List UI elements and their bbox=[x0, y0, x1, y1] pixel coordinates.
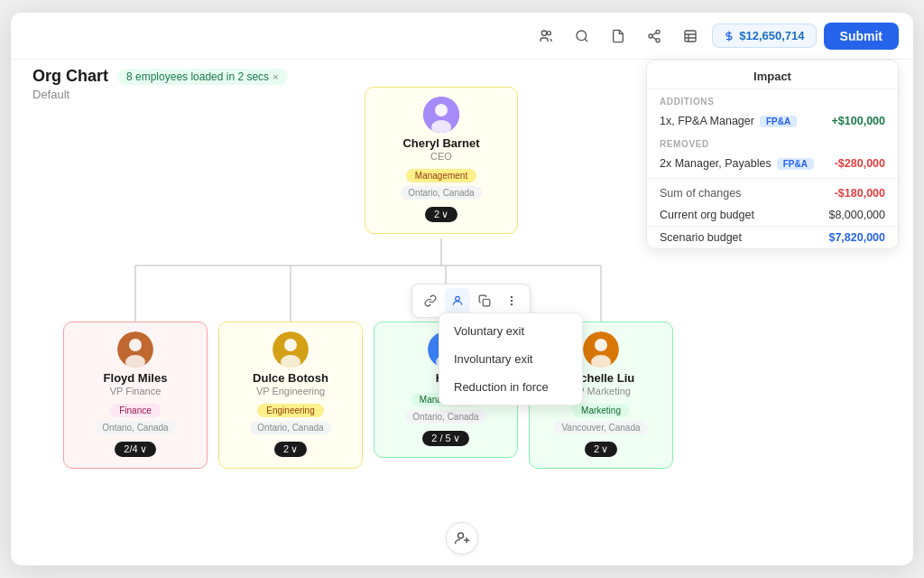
svg-rect-36 bbox=[483, 299, 490, 306]
budget-row-label: Current org budget bbox=[660, 209, 754, 221]
budget-row-value: $8,000,000 bbox=[828, 209, 885, 221]
svg-point-6 bbox=[656, 38, 660, 42]
search-icon[interactable] bbox=[568, 22, 596, 51]
document-icon[interactable] bbox=[604, 22, 633, 51]
ceo-card: Cheryl Barnet CEO Management Ontario, Ca… bbox=[365, 87, 518, 234]
svg-point-1 bbox=[548, 31, 551, 34]
svg-point-33 bbox=[595, 339, 607, 351]
budget-badge[interactable]: $12,650,714 bbox=[712, 23, 816, 48]
ceo-name: Cheryl Barnet bbox=[402, 136, 479, 151]
ceo-reports-btn[interactable]: 2 ∨ bbox=[425, 207, 457, 222]
toolbar: $12,650,714 Submit bbox=[11, 13, 913, 60]
dulce-tag: Engineering bbox=[257, 404, 323, 417]
action-copy-btn[interactable] bbox=[472, 288, 497, 313]
michelle-reports-btn[interactable]: 2∨ bbox=[585, 442, 617, 457]
floyd-reports: 2/4 bbox=[124, 443, 137, 454]
action-person-btn[interactable] bbox=[445, 288, 470, 313]
removed-row: 2x Manager, Payables FP&A -$280,000 bbox=[647, 153, 898, 174]
svg-point-39 bbox=[511, 304, 512, 305]
addition-row: 1x, FP&A Manager FP&A +$100,000 bbox=[647, 110, 898, 132]
scenario-label: Scenario budget bbox=[660, 231, 742, 244]
reduction-in-force-item[interactable]: Reduction in force bbox=[439, 373, 582, 401]
michelle-avatar bbox=[583, 331, 619, 368]
share-icon[interactable] bbox=[640, 22, 669, 51]
svg-point-24 bbox=[129, 339, 142, 351]
table-icon[interactable] bbox=[676, 22, 705, 51]
addition-label: 1x, FP&A Manager bbox=[660, 115, 754, 127]
floyd-avatar bbox=[117, 331, 153, 368]
action-link-btn[interactable] bbox=[418, 288, 443, 313]
svg-line-3 bbox=[585, 39, 587, 42]
sum-value: -$180,000 bbox=[835, 187, 885, 200]
michelle-reports: 2 bbox=[594, 443, 599, 454]
svg-point-27 bbox=[284, 339, 297, 351]
hidden-reports: 2 / 5 bbox=[431, 433, 450, 443]
floyd-tag: Finance bbox=[110, 404, 161, 417]
scenario-value: $7,820,000 bbox=[828, 231, 885, 244]
hidden-location: Ontario, Canada bbox=[405, 410, 485, 424]
svg-point-2 bbox=[577, 31, 587, 41]
people-icon[interactable] bbox=[531, 22, 560, 51]
svg-point-4 bbox=[656, 30, 660, 33]
dulce-avatar bbox=[273, 331, 309, 368]
impact-panel: Impact ADDITIONS 1x, FP&A Manager FP&A +… bbox=[646, 60, 899, 249]
ceo-chevron: ∨ bbox=[441, 209, 448, 220]
submit-button[interactable]: Submit bbox=[824, 23, 899, 50]
ceo-location: Ontario, Canada bbox=[401, 186, 481, 200]
ceo-reports: 2 bbox=[434, 209, 439, 219]
svg-line-7 bbox=[652, 37, 657, 40]
floyd-name: Floyd Miles bbox=[104, 371, 168, 386]
ceo-avatar bbox=[423, 97, 459, 133]
dulce-reports: 2 bbox=[283, 443, 289, 454]
add-person-button[interactable] bbox=[446, 522, 478, 555]
removed-label: REMOVED bbox=[647, 132, 898, 153]
svg-point-38 bbox=[511, 300, 512, 301]
dulce-reports-btn[interactable]: 2∨ bbox=[274, 442, 307, 457]
context-menu: Voluntary exit Involuntary exit Reductio… bbox=[439, 312, 583, 406]
svg-point-37 bbox=[511, 296, 512, 297]
dulce-location: Ontario, Canada bbox=[250, 421, 330, 434]
svg-point-0 bbox=[542, 31, 547, 35]
svg-point-21 bbox=[435, 104, 448, 117]
floyd-reports-btn[interactable]: 2/4∨ bbox=[115, 442, 155, 457]
svg-line-8 bbox=[652, 33, 657, 35]
dulce-role: VP Engineering bbox=[256, 386, 325, 396]
budget-value: $12,650,714 bbox=[739, 29, 804, 42]
addition-value: +$100,000 bbox=[832, 115, 885, 127]
hidden-reports-btn[interactable]: 2 / 5∨ bbox=[422, 431, 468, 446]
voluntary-exit-item[interactable]: Voluntary exit bbox=[439, 317, 582, 345]
scenario-row: Scenario budget $7,820,000 bbox=[647, 226, 898, 248]
impact-header: Impact bbox=[647, 61, 898, 89]
svg-point-5 bbox=[649, 34, 652, 38]
michelle-location: Vancouver, Canada bbox=[554, 421, 647, 434]
ceo-role: CEO bbox=[430, 151, 452, 162]
budget-row: Current org budget $8,000,000 bbox=[647, 204, 898, 226]
sum-row: Sum of changes -$180,000 bbox=[647, 182, 898, 204]
additions-label: ADDITIONS bbox=[647, 89, 898, 110]
floyd-card: Floyd Miles VP Finance Finance Ontario, … bbox=[63, 322, 208, 469]
svg-point-35 bbox=[456, 296, 460, 301]
involuntary-exit-item[interactable]: Involuntary exit bbox=[439, 345, 582, 373]
ceo-tag: Management bbox=[406, 169, 476, 182]
floyd-role: VP Finance bbox=[110, 386, 162, 396]
dulce-card: Dulce Botosh VP Engineering Engineering … bbox=[218, 322, 363, 469]
svg-rect-9 bbox=[685, 31, 696, 42]
removed-label-text: 2x Manager, Payables bbox=[660, 157, 772, 170]
action-more-btn[interactable] bbox=[499, 288, 524, 313]
removed-value: -$280,000 bbox=[835, 157, 885, 170]
removed-tag: FP&A bbox=[777, 158, 814, 170]
sum-label: Sum of changes bbox=[660, 187, 741, 200]
addition-tag: FP&A bbox=[760, 116, 797, 127]
svg-point-40 bbox=[458, 533, 464, 538]
floyd-location: Ontario, Canada bbox=[95, 421, 175, 434]
dulce-name: Dulce Botosh bbox=[253, 371, 328, 386]
michelle-tag: Marketing bbox=[572, 404, 630, 417]
